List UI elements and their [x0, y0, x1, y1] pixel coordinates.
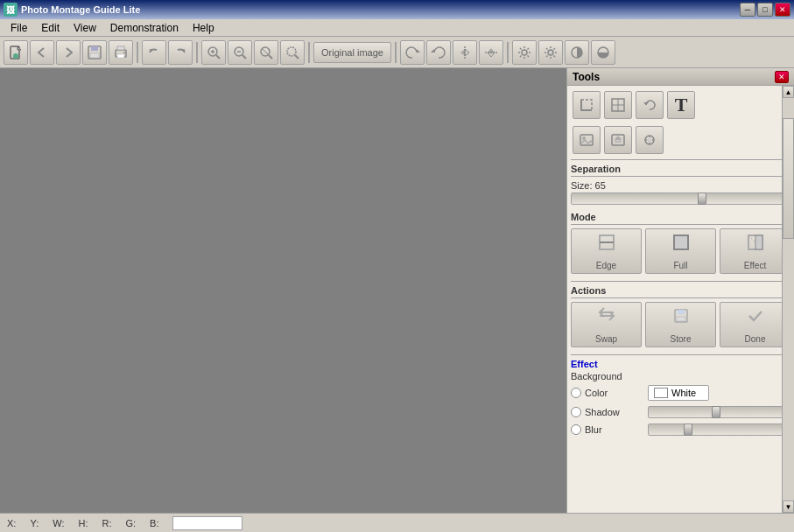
status-input-field[interactable]: [172, 516, 242, 530]
svg-rect-6: [117, 46, 124, 50]
separation-slider-thumb[interactable]: [698, 192, 706, 205]
toolbar-separator-4: [395, 42, 397, 63]
svg-rect-3: [91, 46, 98, 51]
scroll-down-arrow[interactable]: ▼: [783, 500, 794, 513]
svg-rect-43: [755, 235, 762, 249]
grid-tool[interactable]: [604, 91, 632, 119]
effect-label: Effect: [571, 359, 790, 369]
menu-file[interactable]: File: [4, 20, 34, 36]
scroll-up-arrow[interactable]: ▲: [783, 86, 794, 98]
full-mode-icon: [671, 232, 692, 257]
menu-help[interactable]: Help: [186, 20, 221, 36]
minimize-button[interactable]: ─: [740, 3, 755, 17]
status-x: X:: [7, 518, 16, 528]
svg-rect-7: [117, 54, 124, 58]
rotate-ccw-button[interactable]: [426, 40, 451, 65]
svg-point-23: [522, 50, 527, 55]
app-icon: 🖼: [4, 3, 18, 17]
zoom-fit-button[interactable]: [254, 40, 278, 65]
done-button[interactable]: Done: [720, 302, 790, 347]
app-title: Photo Montage Guide Lite: [21, 4, 140, 15]
edge-mode-button[interactable]: Edge: [571, 228, 642, 274]
contrast-button[interactable]: [565, 40, 589, 65]
blur-radio[interactable]: [571, 424, 581, 435]
redo-button[interactable]: [168, 40, 193, 65]
svg-rect-45: [678, 310, 685, 314]
separator-2: [571, 281, 790, 282]
y-label: Y:: [30, 518, 39, 528]
menu-edit[interactable]: Edit: [34, 20, 67, 36]
back-button[interactable]: [30, 40, 54, 65]
full-mode-button[interactable]: Full: [645, 228, 716, 274]
save-button[interactable]: [82, 40, 107, 65]
status-y: Y:: [30, 518, 39, 528]
zoom-in-button[interactable]: [201, 40, 226, 65]
svg-rect-4: [90, 53, 99, 58]
zoom-select-button[interactable]: [280, 40, 305, 65]
print-button[interactable]: [109, 40, 133, 65]
scroll-thumb[interactable]: [783, 118, 794, 239]
svg-rect-46: [677, 317, 685, 321]
color-swatch: [654, 388, 668, 398]
menu-demonstration[interactable]: Demonstration: [103, 20, 186, 36]
text-tool[interactable]: T: [667, 91, 695, 119]
color-radio-label: Color: [571, 388, 641, 398]
status-w: W:: [53, 518, 64, 528]
status-r: R:: [102, 518, 111, 528]
blur-slider-thumb[interactable]: [684, 424, 692, 436]
svg-point-24: [548, 50, 553, 55]
edge-mode-icon: [596, 232, 617, 257]
photo2-tool[interactable]: [604, 126, 632, 154]
main-toolbar: Original image: [0, 37, 794, 68]
photo1-tool[interactable]: [573, 126, 601, 154]
effect-mode-button[interactable]: Effect: [720, 228, 790, 274]
menu-view[interactable]: View: [67, 20, 103, 36]
toolbar-separator-2: [196, 42, 198, 63]
color-picker[interactable]: White: [648, 385, 709, 401]
background-label: Background: [571, 371, 790, 382]
shadow-slider-track[interactable]: [648, 406, 790, 418]
tool-icon-row-1: T: [571, 89, 790, 121]
maximize-button[interactable]: □: [757, 3, 773, 17]
rotate-cw-button[interactable]: [400, 40, 425, 65]
flip-h-button[interactable]: [453, 40, 477, 65]
tools-close-button[interactable]: ✕: [775, 71, 789, 83]
new-button[interactable]: [4, 40, 28, 65]
flip-v-button[interactable]: [479, 40, 503, 65]
svg-line-20: [295, 55, 299, 59]
effect-mode-icon: [745, 232, 766, 257]
crop-tool[interactable]: [573, 91, 601, 119]
separation-slider-track[interactable]: [571, 192, 790, 205]
undo-button[interactable]: [142, 40, 166, 65]
canvas-area[interactable]: [0, 68, 566, 513]
tool-icon-row-2: [571, 124, 790, 156]
separator-3: [571, 354, 790, 355]
settings2-button[interactable]: [538, 40, 563, 65]
svg-rect-33: [580, 135, 593, 145]
blur-slider-track[interactable]: [648, 424, 790, 436]
zoom-out-button[interactable]: [228, 40, 252, 65]
toolbar-separator-3: [308, 42, 310, 63]
forward-button[interactable]: [56, 40, 81, 65]
store-label: Store: [671, 334, 692, 344]
tools-title: Tools: [573, 71, 600, 83]
tools-scrollbar[interactable]: ▲ ▼: [782, 86, 794, 513]
effects-tool[interactable]: [636, 126, 664, 154]
color-radio[interactable]: [571, 388, 581, 398]
brightness-button[interactable]: [591, 40, 615, 65]
separation-slider-container: [571, 192, 790, 205]
color-row: Color White: [571, 385, 790, 401]
rotate-tool[interactable]: [636, 91, 664, 119]
svg-line-18: [269, 55, 272, 59]
shadow-row: Shadow: [571, 406, 790, 418]
shadow-radio[interactable]: [571, 407, 581, 417]
tools-content[interactable]: T Separation Size: 65: [567, 86, 794, 513]
shadow-slider-thumb[interactable]: [712, 406, 720, 418]
swap-button[interactable]: Swap: [571, 302, 642, 347]
store-button[interactable]: Store: [645, 302, 716, 347]
status-g: G:: [125, 518, 136, 528]
original-image-button[interactable]: Original image: [313, 42, 391, 63]
settings1-button[interactable]: [512, 40, 537, 65]
menu-bar: File Edit View Demonstration Help: [0, 19, 794, 37]
close-button[interactable]: ✕: [775, 3, 790, 17]
